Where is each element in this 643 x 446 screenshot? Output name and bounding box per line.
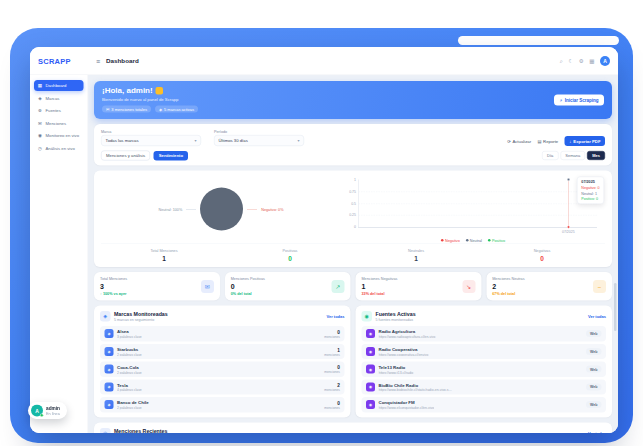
brand-row[interactable]: ◈ Banco de Chile 2 palabras clave 0 menc… [100, 397, 345, 412]
y-tick: 0 [354, 225, 356, 229]
refresh-icon: ⟳ [507, 139, 511, 144]
brand-icon: ◈ [105, 365, 114, 374]
download-icon: ↓ [569, 139, 571, 144]
period-segmented-control: Día Semana Mes [542, 151, 605, 160]
brands-panel-icon: ◈ [100, 311, 111, 322]
sidebar-item-label: Monitoreo en vivo [46, 133, 80, 138]
main-content: ¡Hola, admin! Bienvenido de nuevo al pan… [88, 75, 618, 433]
radio-icon: ◉ [366, 400, 375, 409]
refresh-link[interactable]: ⟳ Actualizar [507, 139, 531, 144]
sidebar-item-fuentes[interactable]: ⊕ Fuentes [34, 105, 84, 116]
stat-card-negative: Menciones Negativas 1 33% del total ↘ [356, 272, 482, 301]
sidebar-item-label: Dashboard [46, 83, 67, 88]
search-icon[interactable]: ⌕ [560, 58, 563, 65]
sources-see-all-link[interactable]: Ver todas [588, 314, 606, 319]
sidebar-item-label: Análisis en vivo [46, 146, 75, 151]
source-row[interactable]: ◉ Tele13 Radio https://www.t13.cl/radio … [362, 362, 607, 377]
legend-positive: Positivo [488, 238, 505, 243]
chevron-down-icon: ▾ [297, 138, 299, 143]
hamburger-icon[interactable]: ≡ [96, 57, 100, 65]
stat-cards-row: Total Menciones 3 ↑ 100% vs ayer ✉ Menci… [94, 272, 612, 301]
live-analysis-icon: ◷ [38, 146, 43, 151]
source-row[interactable]: ◉ Conquistador FM https://www.elconquist… [362, 397, 607, 412]
app-window: SCRAPP ≡ Dashboard ⌕ ☾ ⚙ ▦ A ▦ Dashboard… [30, 47, 618, 433]
user-chip-name: admin [46, 405, 60, 411]
start-scraping-button[interactable]: ⚡ Iniciar Scraping [554, 95, 604, 106]
user-avatar[interactable]: A [600, 56, 610, 66]
tab-mentions-analysis[interactable]: Menciones y análisis [101, 151, 150, 161]
legend-dot [441, 239, 444, 242]
pie-circle [200, 188, 243, 231]
brand-row[interactable]: ◈ Coca-Cola 2 palabras clave 0 menciones [100, 362, 345, 377]
export-pdf-label: Exportar PDF [573, 139, 600, 144]
user-chip-status: En línea [46, 411, 60, 416]
total-negative: Negativas 0 [479, 249, 605, 263]
moon-icon[interactable]: ☾ [568, 58, 573, 65]
brand-row[interactable]: ◈ Tesla 4 palabras clave 2 menciones [100, 379, 345, 394]
brand-select-value: Todas las marcas [106, 138, 139, 143]
segment-week[interactable]: Semana [560, 151, 585, 160]
source-type-badge: Web [586, 383, 602, 390]
sidebar-item-marcas[interactable]: ◈ Marcas [34, 93, 84, 104]
period-filter-label: Período [214, 129, 304, 134]
brands-panel-subtitle: 5 marcas en seguimiento [114, 318, 168, 323]
brands-see-all-link[interactable]: Ver todas [326, 314, 344, 319]
report-link[interactable]: ▤ Reporte [538, 139, 559, 144]
stat-card-neutral: Menciones Neutras 2 67% del total − [486, 272, 612, 301]
source-row[interactable]: ◉ Radio Agricultura https://www.radioagr… [362, 326, 607, 341]
source-row[interactable]: ◉ BioBío Chile Radio https://www.biobioc… [362, 379, 607, 394]
gridline [359, 215, 598, 216]
recent-panel-title: Menciones Recientes [114, 427, 187, 433]
sidebar-item-label: Menciones [46, 121, 67, 126]
brand-select[interactable]: Todas las marcas ▾ [101, 135, 201, 146]
charts-card: Neutral: 100% Negativo: 0% 1 0.75 0.5 [94, 171, 612, 268]
sidebar-item-menciones[interactable]: ✉ Menciones [34, 118, 84, 129]
online-status-dot [40, 414, 44, 418]
legend-dot [466, 239, 469, 242]
pie-label-negative: Negativo: 0% [261, 207, 283, 212]
source-row[interactable]: ◉ Radio Cooperativa https://www.cooperat… [362, 344, 607, 359]
sidebar-item-monitoreo[interactable]: ◉ Monitoreo en vivo [34, 130, 84, 141]
grid-icon[interactable]: ▦ [589, 58, 594, 65]
negative-data-point [567, 226, 570, 229]
chevron-down-icon: ▾ [194, 138, 196, 143]
sidebar-item-analisis[interactable]: ◷ Análisis en vivo [34, 143, 84, 154]
mentions-chip-icon: ✉ [106, 107, 109, 112]
sources-panel-subtitle: 5 fuentes monitoreadas [376, 318, 416, 323]
sidebar-item-dashboard[interactable]: ▦ Dashboard [34, 80, 84, 91]
brand-icon: ◈ [105, 347, 114, 356]
stage: SCRAPP ≡ Dashboard ⌕ ☾ ⚙ ▦ A ▦ Dashboard… [0, 0, 643, 446]
export-pdf-button[interactable]: ↓ Exportar PDF [565, 136, 605, 146]
tab-sentiment[interactable]: Sentimiento [154, 151, 188, 161]
segment-month[interactable]: Mes [587, 151, 605, 160]
gridline [359, 191, 598, 192]
period-select[interactable]: Últimos 30 días ▾ [214, 135, 304, 146]
topbar: SCRAPP ≡ Dashboard ⌕ ☾ ⚙ ▦ A [30, 47, 618, 75]
banner-left: ¡Hola, admin! Bienvenido de nuevo al pan… [102, 86, 198, 114]
report-icon: ▤ [538, 139, 542, 144]
stat-card-positive: Menciones Positivas 0 0% del total ↗ [225, 272, 351, 301]
legend-negative: Negativo [441, 238, 460, 243]
minus-icon: − [593, 280, 606, 293]
segment-day[interactable]: Día [542, 151, 558, 160]
banner-chips: ✉ 3 menciones totales ◈ 5 marcas activas [102, 106, 198, 113]
neutral-data-point [567, 178, 570, 181]
source-type-badge: Web [586, 401, 602, 408]
sources-panel-title: Fuentes Activas [376, 311, 416, 317]
panels-row: ◈ Marcas Monitoreadas 5 marcas en seguim… [94, 306, 612, 418]
brand-row[interactable]: ◈ Starbucks 2 palabras clave 1 menciones [100, 344, 345, 359]
legend-neutral: Neutral [466, 238, 482, 243]
totals-row: Total Menciones 1 Positivas 0 Neutrales … [101, 244, 605, 266]
brand-row[interactable]: ◈ Alsea 3 palabras clave 0 menciones [100, 326, 345, 341]
sources-panel-icon: ◉ [362, 311, 373, 322]
tooltip-neutral: Neutral: 1 [581, 191, 599, 196]
brand-icon: ◈ [105, 382, 114, 391]
scrollbar-thumb[interactable] [614, 283, 617, 331]
gear-icon[interactable]: ⚙ [579, 58, 584, 65]
mentions-chip: ✉ 3 menciones totales [102, 106, 151, 113]
period-filter-group: Período Últimos 30 días ▾ [214, 129, 304, 146]
brand-filter-label: Marca [101, 129, 201, 134]
pie-label-neutral: Neutral: 100% [158, 207, 182, 212]
recent-see-all-link[interactable]: Ver todas [588, 431, 606, 433]
user-chip[interactable]: A admin En línea [28, 402, 67, 419]
